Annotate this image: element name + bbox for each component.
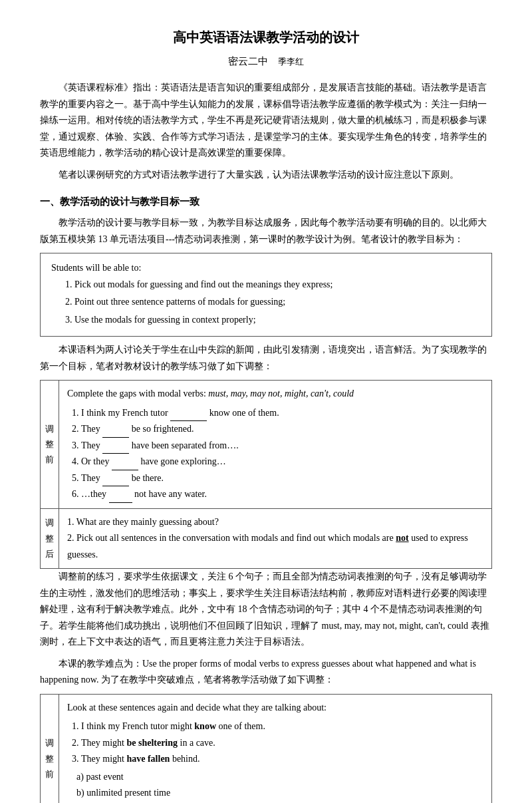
section-1-para-3: 调整前的练习，要求学生依据课文，关注 6 个句子；而且全部为情态动词表推测的句子…: [40, 569, 492, 651]
school-name: 密云二中: [228, 56, 268, 67]
section-1-para-1: 教学活动的设计要与教学目标一致，为教学目标达成服务，因此每个教学活动要有明确的目…: [40, 215, 492, 247]
section-1-para-4: 本课的教学难点为：Use the proper forms of modal v…: [40, 656, 492, 689]
objective-1: Pick out modals for guessing and find ou…: [74, 277, 481, 293]
objectives-list: Pick out modals for guessing and find ou…: [51, 277, 481, 329]
label-before-2: 调整前: [41, 694, 59, 803]
adjust-table-1: 调整前 Complete the gaps with modal verbs: …: [40, 380, 492, 569]
section-1-para-2: 本课语料为两人讨论关于学生在山中失踪的新闻，由此引发猜测，语境突出，语言鲜活。为…: [40, 342, 492, 375]
adjust-table-2: 调整前 Look at these sentences again and de…: [40, 694, 492, 804]
author-name: 季李红: [278, 57, 304, 67]
after-content: 1. What are they mainly guessing about? …: [59, 508, 492, 569]
label-before-1: 调整前: [41, 381, 59, 509]
adjust2-before-content: Look at these sentences again and decide…: [59, 694, 492, 803]
fill-content: Complete the gaps with modal verbs: must…: [59, 381, 492, 509]
intro-paragraph-1: 《英语课程标准》指出：英语语法是语言知识的重要组成部分，是发展语言技能的基础。语…: [40, 80, 492, 162]
intro-paragraph-2: 笔者以课例研究的方式对语法教学进行了大量实践，认为语法课教学活动的设计应注意以下…: [40, 167, 492, 184]
page-title: 高中英语语法课教学活动的设计: [40, 27, 492, 48]
objective-3: Use the modals for guessing in context p…: [74, 312, 481, 329]
label-after-1: 调整后: [41, 508, 59, 569]
objective-2: Point out three sentence patterns of mod…: [74, 294, 481, 311]
objectives-box: Students will be able to: Pick out modal…: [40, 253, 492, 337]
section-1-title: 一、教学活动的设计与教学目标一致: [40, 194, 492, 210]
objectives-intro: Students will be able to:: [51, 260, 481, 277]
